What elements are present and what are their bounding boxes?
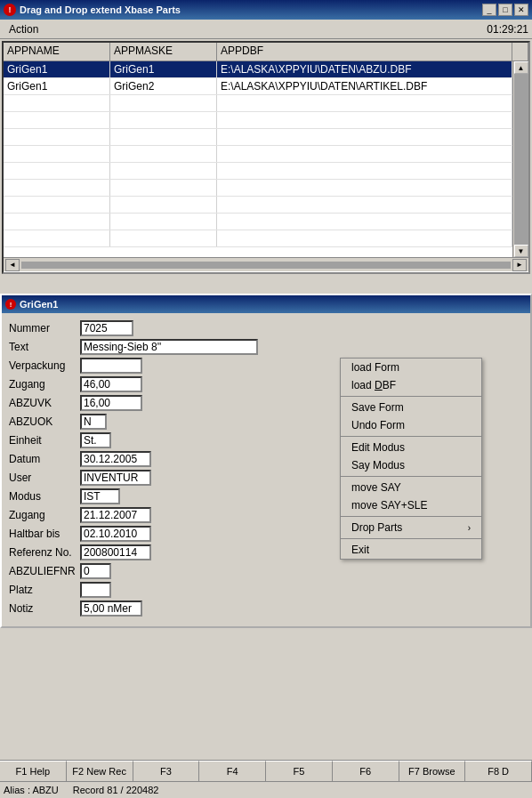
context-menu-label: load Form xyxy=(351,361,399,374)
sub-window-grigen1: ! GriGen1 load Form load DBF Save Form U… xyxy=(0,294,532,628)
minimize-button[interactable]: _ xyxy=(482,4,496,16)
close-button[interactable]: ✕ xyxy=(514,4,528,16)
form-row-notiz: Notiz xyxy=(9,601,523,617)
submenu-arrow-icon: › xyxy=(468,523,471,533)
sub-window-title-bar: ! GriGen1 xyxy=(2,295,530,313)
f3-key[interactable]: F3 xyxy=(133,761,200,781)
input-text[interactable] xyxy=(80,339,258,355)
input-notiz[interactable] xyxy=(80,601,142,617)
input-datum[interactable] xyxy=(80,451,151,467)
maximize-button[interactable]: □ xyxy=(498,4,512,16)
scroll-up-button[interactable]: ▲ xyxy=(514,61,528,74)
input-abzuok[interactable] xyxy=(80,414,107,430)
cell-appname: GriGen1 xyxy=(4,78,110,94)
context-menu-label: move SAY xyxy=(351,481,401,494)
table-row[interactable]: GriGen1 GriGen2 E:\ALASKA\XPPYIU\DATEN\A… xyxy=(4,78,512,95)
context-menu-item-save-form[interactable]: Save Form xyxy=(341,399,481,416)
context-menu-label: Exit xyxy=(351,544,369,556)
table-row-empty xyxy=(4,197,512,214)
cell-appdbf: E:\ALASKA\XPPYIU\DATEN\ARTIKEL.DBF xyxy=(217,78,512,94)
f6-key[interactable]: F6 xyxy=(333,761,399,781)
function-keys-bar: F1 Help F2 New Rec F3 F4 F5 F6 F7 Browse… xyxy=(0,761,532,782)
label-abzuvk: ABZUVK xyxy=(9,397,80,409)
top-panel: APPNAME APPMASKE APPDBF GriGen1 GriGen1 … xyxy=(0,39,532,294)
label-referenz: Referenz No. xyxy=(9,546,80,559)
label-zugang2: Zugang xyxy=(9,509,80,521)
input-modus[interactable] xyxy=(80,488,120,504)
f2-key[interactable]: F2 New Rec xyxy=(67,761,133,781)
input-einheit[interactable] xyxy=(80,432,111,448)
input-user[interactable] xyxy=(80,470,151,486)
form-row-text: Text xyxy=(9,339,523,355)
label-platz: Platz xyxy=(9,584,80,596)
table-row-empty xyxy=(4,95,512,112)
context-menu-item-drop-parts[interactable]: Drop Parts › xyxy=(341,519,481,536)
form-row-nummer: Nummer xyxy=(9,320,523,336)
context-menu-label: Edit Modus xyxy=(351,441,405,454)
alias-display: Alias : ABZU xyxy=(4,785,59,795)
context-menu-item-move-say[interactable]: move SAY xyxy=(341,479,481,496)
input-haltbar[interactable] xyxy=(80,526,151,542)
context-menu-label: Undo Form xyxy=(351,419,405,431)
scroll-right-button[interactable]: ► xyxy=(512,259,527,271)
table-body: GriGen1 GriGen1 E:\ALASKA\XPPYIU\DATEN\A… xyxy=(4,61,512,257)
title-bar-left: ! Drag and Drop extend Xbase Parts xyxy=(4,4,181,16)
window-controls[interactable]: _ □ ✕ xyxy=(482,4,528,16)
spacer xyxy=(0,628,532,706)
context-menu-item-move-say-sle[interactable]: move SAY+SLE xyxy=(341,496,481,514)
label-abzuok: ABZUOK xyxy=(9,415,80,428)
table-row[interactable]: GriGen1 GriGen1 E:\ALASKA\XPPYIU\DATEN\A… xyxy=(4,61,512,78)
context-menu: load Form load DBF Save Form Undo Form E… xyxy=(340,358,482,560)
f5-key[interactable]: F5 xyxy=(266,761,333,781)
scroll-placeholder xyxy=(512,43,528,60)
form-area: load Form load DBF Save Form Undo Form E… xyxy=(2,313,530,626)
vertical-scrollbar[interactable]: ▲ ▼ xyxy=(512,61,528,257)
label-haltbar: Haltbar bis xyxy=(9,528,80,540)
table-row-empty xyxy=(4,230,512,247)
context-menu-item-load-dbf[interactable]: load DBF xyxy=(341,376,481,394)
input-platz[interactable] xyxy=(80,582,111,598)
label-nummer: Nummer xyxy=(9,322,80,335)
horizontal-scrollbar[interactable]: ◄ ► xyxy=(4,257,528,271)
input-verpackung[interactable] xyxy=(80,358,142,374)
label-notiz: Notiz xyxy=(9,602,80,615)
context-menu-item-undo-form[interactable]: Undo Form xyxy=(341,416,481,434)
f1-key[interactable]: F1 Help xyxy=(0,761,67,781)
form-row-abzuliefnr: ABZULIEFNR xyxy=(9,563,523,579)
input-abzuvk[interactable] xyxy=(80,395,142,411)
scroll-down-button[interactable]: ▼ xyxy=(514,245,528,257)
context-menu-item-say-modus[interactable]: Say Modus xyxy=(341,456,481,474)
table-row-empty xyxy=(4,146,512,163)
f7-key[interactable]: F7 Browse xyxy=(399,761,466,781)
context-menu-item-load-form[interactable]: load Form xyxy=(341,359,481,376)
input-referenz[interactable] xyxy=(80,544,151,560)
record-display: Record 81 / 220482 xyxy=(73,785,159,795)
scroll-track-h xyxy=(21,262,511,269)
context-menu-label: move SAY+SLE xyxy=(351,499,428,512)
sub-window-title: GriGen1 xyxy=(20,299,58,310)
time-display: 01:29:21 xyxy=(487,23,528,36)
label-verpackung: Verpackung xyxy=(9,359,80,372)
f4-key[interactable]: F4 xyxy=(199,761,266,781)
scroll-left-button[interactable]: ◄ xyxy=(5,259,20,271)
input-nummer[interactable] xyxy=(80,320,133,336)
main-table: APPNAME APPMASKE APPDBF GriGen1 GriGen1 … xyxy=(2,41,530,274)
context-menu-label: Say Modus xyxy=(351,459,405,472)
col-header-appname: APPNAME xyxy=(4,43,110,60)
context-menu-item-edit-modus[interactable]: Edit Modus xyxy=(341,439,481,456)
context-menu-item-exit[interactable]: Exit xyxy=(341,541,481,559)
input-zugang2[interactable] xyxy=(80,507,151,523)
f8-key[interactable]: F8 D xyxy=(465,761,532,781)
menu-separator xyxy=(341,396,481,397)
menu-separator xyxy=(341,476,481,477)
label-datum: Datum xyxy=(9,453,80,465)
label-modus: Modus xyxy=(9,490,80,503)
table-row-empty xyxy=(4,214,512,230)
input-abzuliefnr[interactable] xyxy=(80,563,111,579)
table-row-empty xyxy=(4,129,512,146)
input-zugang[interactable] xyxy=(80,376,142,392)
action-menu[interactable]: Action xyxy=(4,22,44,36)
menu-separator xyxy=(341,516,481,517)
scroll-track xyxy=(514,74,528,245)
context-menu-label: Drop Parts xyxy=(351,521,402,534)
